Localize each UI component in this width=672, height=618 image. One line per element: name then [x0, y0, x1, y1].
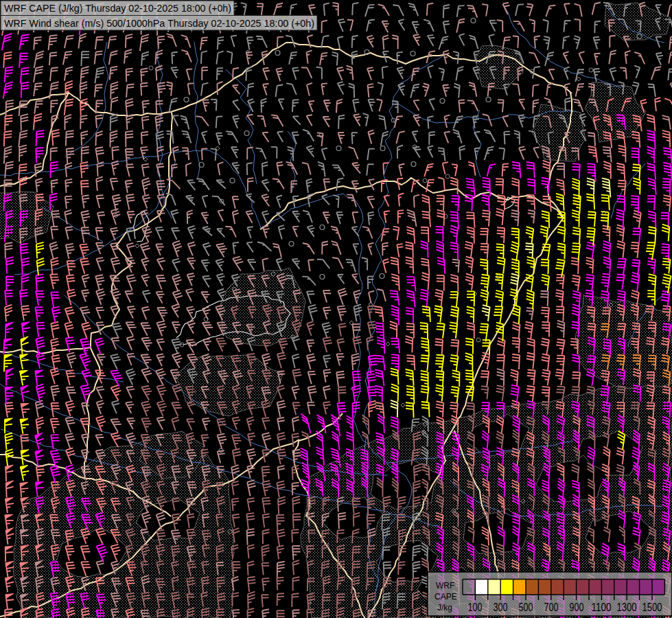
svg-text:1100: 1100: [592, 601, 612, 613]
svg-text:1500: 1500: [642, 601, 662, 613]
svg-text:500: 500: [519, 601, 533, 613]
svg-text:WRF Wind shear (m/s) 500/1000h: WRF Wind shear (m/s) 500/1000hPa Thursda…: [4, 17, 314, 29]
svg-text:1300: 1300: [617, 601, 637, 613]
svg-text:WRF CAPE (J/kg) Thursday 02-10: WRF CAPE (J/kg) Thursday 02-10-2025 18:0…: [4, 2, 231, 14]
svg-text:700: 700: [544, 601, 559, 613]
svg-text:900: 900: [570, 601, 584, 613]
svg-text:WRF: WRF: [436, 581, 454, 591]
svg-text:J/kg: J/kg: [437, 603, 452, 613]
svg-text:300: 300: [494, 601, 508, 613]
svg-text:CAPE: CAPE: [435, 592, 457, 602]
svg-text:100: 100: [468, 601, 483, 613]
